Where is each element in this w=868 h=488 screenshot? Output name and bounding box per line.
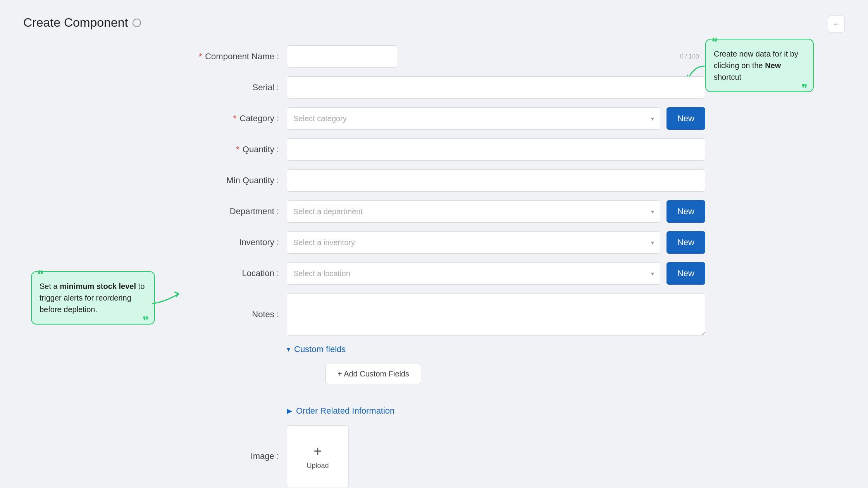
upload-label: Upload (307, 462, 329, 470)
component-name-input-wrapper: 0 / 100 (287, 45, 705, 68)
inventory-row: Inventory : Select a inventory ▾ New (163, 231, 705, 254)
quantity-row: * Quantity : (163, 138, 705, 161)
custom-fields-toggle[interactable]: ▾ Custom fields (287, 344, 705, 354)
notes-textarea[interactable] (287, 293, 705, 336)
order-related-chevron-icon: ▶ (287, 407, 292, 415)
component-name-label: * Component Name : (163, 52, 287, 62)
required-marker: * (199, 52, 202, 61)
image-upload-area[interactable]: + Upload (287, 425, 349, 487)
back-button[interactable]: ← (828, 15, 845, 33)
location-new-button[interactable]: New (666, 262, 705, 285)
department-row: Department : Select a department ▾ New (163, 200, 705, 223)
serial-label: Serial : (163, 82, 287, 93)
location-label: Location : (163, 268, 287, 278)
custom-fields-label: Custom fields (294, 344, 346, 354)
department-select-wrapper: Select a department ▾ (287, 200, 660, 223)
inventory-select[interactable]: Select a inventory (287, 231, 660, 254)
tooltip-right: ❝ Create new data for it by clicking on … (705, 39, 814, 92)
notes-row: Notes : (163, 293, 705, 336)
add-custom-fields-wrapper: + Add Custom Fields (163, 364, 705, 395)
info-icon[interactable]: i (133, 19, 141, 27)
quote-top-right: ❝ (711, 36, 718, 48)
order-related-toggle[interactable]: ▶ Order Related Information (287, 406, 705, 416)
quantity-input[interactable] (287, 138, 705, 161)
category-new-button[interactable]: New (666, 107, 705, 130)
char-count: 0 / 100 (680, 53, 699, 60)
category-row: * Category : Select category ▾ New (163, 107, 705, 130)
min-quantity-label: Min Quantity : (163, 175, 287, 186)
plus-icon: + (313, 443, 322, 459)
department-label: Department : (163, 206, 287, 217)
create-component-page: Create Component i ← ❝ Create new data f… (0, 0, 868, 488)
min-quantity-row: Min Quantity : (163, 169, 705, 192)
page-header: Create Component i (23, 15, 845, 30)
tooltip-left-text: Set a minimum stock level to trigger ale… (40, 282, 145, 314)
component-name-row: * Component Name : 0 / 100 (163, 45, 705, 68)
department-new-button[interactable]: New (666, 200, 705, 223)
location-select-wrapper: Select a location ▾ (287, 262, 660, 285)
location-row: Location : Select a location ▾ New (163, 262, 705, 285)
quote-bottom-left: ❞ (143, 315, 149, 327)
component-name-input[interactable] (287, 45, 398, 68)
tooltip-right-text: Create new data for it by clicking on th… (714, 50, 798, 81)
tooltip-left: ❝ Set a minimum stock level to trigger a… (31, 271, 155, 325)
category-select[interactable]: Select category (287, 107, 660, 130)
serial-row: Serial : (163, 76, 705, 99)
inventory-new-button[interactable]: New (666, 231, 705, 254)
inventory-select-wrapper: Select a inventory ▾ (287, 231, 660, 254)
min-quantity-input[interactable] (287, 169, 705, 192)
inventory-label: Inventory : (163, 237, 287, 247)
quote-bottom-right: ❞ (801, 83, 808, 95)
department-select[interactable]: Select a department (287, 200, 660, 223)
custom-fields-chevron-icon: ▾ (287, 345, 290, 354)
order-related-label: Order Related Information (296, 406, 394, 416)
form-container: * Component Name : 0 / 100 Serial : * Ca… (163, 45, 705, 487)
quantity-label: * Quantity : (163, 144, 287, 155)
serial-input[interactable] (287, 76, 705, 99)
add-custom-fields-button[interactable]: + Add Custom Fields (326, 364, 421, 384)
page-title: Create Component (23, 15, 128, 30)
location-select[interactable]: Select a location (287, 262, 660, 285)
category-select-wrapper: Select category ▾ (287, 107, 660, 130)
notes-label: Notes : (163, 309, 287, 320)
image-label: Image : (163, 451, 287, 461)
quote-top-left: ❝ (37, 269, 43, 280)
image-row: Image : + Upload (163, 425, 705, 487)
category-label: * Category : (163, 113, 287, 124)
